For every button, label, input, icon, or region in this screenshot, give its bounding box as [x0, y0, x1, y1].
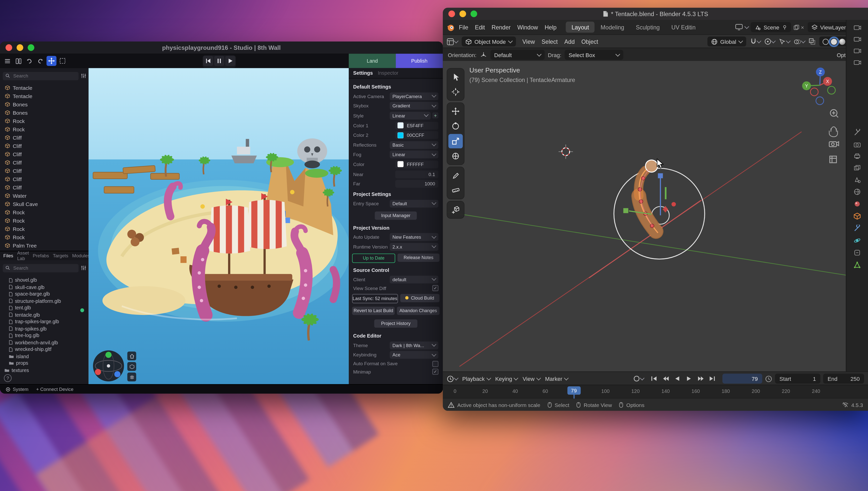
- snap-controls[interactable]: [750, 38, 760, 45]
- material-tab-icon[interactable]: [854, 200, 861, 208]
- select-box-icon[interactable]: [58, 56, 68, 66]
- play-button[interactable]: [684, 374, 694, 383]
- move-tool-icon[interactable]: [47, 56, 57, 66]
- style-add-button[interactable]: +: [432, 113, 438, 119]
- viewlayer-tab-icon[interactable]: [854, 165, 861, 171]
- file-item[interactable]: space-barge.glb: [0, 291, 89, 297]
- minimize-button[interactable]: [459, 10, 466, 17]
- color2-swatch[interactable]: [397, 132, 403, 138]
- hierarchy-item[interactable]: Cliff: [0, 133, 89, 142]
- scene-tab-icon[interactable]: [854, 176, 861, 183]
- near-input[interactable]: 0.1: [395, 170, 439, 178]
- hierarchy-item[interactable]: Cliff: [0, 150, 89, 158]
- add-cube-tool[interactable]: [448, 202, 463, 217]
- cloud-build-button[interactable]: Cloud Build: [400, 294, 440, 302]
- release-notes-button[interactable]: Release Notes: [397, 253, 440, 262]
- overlays-controls[interactable]: [794, 38, 805, 45]
- hierarchy-item[interactable]: Rock: [0, 225, 89, 233]
- minimap-checkbox[interactable]: ✓: [432, 369, 438, 375]
- transform-tool[interactable]: [448, 149, 463, 163]
- hierarchy-search-input[interactable]: [12, 73, 76, 79]
- tab-inspector[interactable]: Inspector: [378, 70, 398, 76]
- pause-button[interactable]: [214, 56, 224, 66]
- connect-device-button[interactable]: + Connect Device: [36, 386, 73, 392]
- perspective-toggle-button[interactable]: [127, 362, 136, 371]
- up-to-date-button[interactable]: Up to Date: [352, 253, 395, 263]
- proportional-editing-controls[interactable]: [765, 38, 775, 45]
- visibility-controls[interactable]: [779, 38, 790, 45]
- view-scene-diff-checkbox[interactable]: ✓: [432, 285, 438, 291]
- file-item[interactable]: wrecked-ship.gltf: [0, 346, 89, 353]
- color2-field[interactable]: 00CCFF: [395, 131, 439, 139]
- measure-tool[interactable]: [448, 183, 463, 198]
- timeline-playhead[interactable]: 79: [567, 386, 580, 395]
- scene-selector[interactable]: Scene: [751, 22, 791, 32]
- data-tab-icon[interactable]: [854, 261, 861, 269]
- runtime-version-dropdown[interactable]: 2.x.x: [390, 243, 439, 251]
- close-button[interactable]: [448, 10, 455, 17]
- close-button[interactable]: [5, 44, 12, 51]
- constraints-tab-icon[interactable]: [854, 249, 861, 256]
- menu-item[interactable]: Window: [514, 23, 541, 31]
- entry-space-dropdown[interactable]: Default: [390, 200, 439, 207]
- auto-format-checkbox[interactable]: [432, 361, 438, 367]
- output-tab-icon[interactable]: [854, 153, 861, 159]
- reflections-dropdown[interactable]: Basic: [390, 141, 439, 149]
- file-item[interactable]: skull-cave.glb: [0, 284, 89, 291]
- hierarchy-item[interactable]: Skull Cave: [0, 200, 89, 208]
- render-tab-icon[interactable]: [854, 141, 861, 148]
- file-item[interactable]: tent.glb: [0, 305, 89, 311]
- timeline-menu-item[interactable]: Marker: [543, 376, 570, 382]
- blender-viewport[interactable]: Z Y X User Perspective (79) Scene Collec…: [443, 61, 846, 373]
- unlink-scene-button[interactable]: ×: [800, 24, 805, 30]
- files-tab[interactable]: Asset Lab: [17, 250, 29, 261]
- workspace-tab[interactable]: Modeling: [595, 22, 630, 33]
- hierarchy-item[interactable]: Bones: [0, 108, 89, 117]
- style-dropdown[interactable]: Linear: [390, 112, 431, 120]
- jump-to-start-button[interactable]: [649, 374, 659, 383]
- play-reverse-button[interactable]: [672, 374, 683, 383]
- viewlayer-selector[interactable]: ViewLayer: [807, 22, 850, 32]
- last-sync-button[interactable]: Last Sync: 52 minutes: [352, 294, 398, 303]
- file-item[interactable]: tentacle.glb: [0, 311, 89, 318]
- cursor-tool[interactable]: [448, 85, 463, 99]
- redo-icon[interactable]: [35, 56, 46, 66]
- modifiers-tab-icon[interactable]: [854, 225, 861, 232]
- auto-update-dropdown[interactable]: New Features: [390, 233, 439, 241]
- timeline-menu-item[interactable]: Playback: [461, 376, 492, 382]
- hierarchy-item[interactable]: Cliff: [0, 175, 89, 183]
- active-camera-dropdown[interactable]: PlayerCamera: [390, 92, 439, 100]
- file-item[interactable]: tree-log.glb: [0, 332, 89, 339]
- menu-item[interactable]: View: [520, 37, 538, 46]
- theme-dropdown[interactable]: Dark | 8th Wa...: [390, 341, 439, 349]
- file-item[interactable]: shovel.glb: [0, 277, 89, 284]
- end-frame-field[interactable]: End250: [823, 374, 864, 384]
- drag-dropdown[interactable]: Select Box: [565, 50, 623, 60]
- hierarchy-item[interactable]: Water: [0, 192, 89, 200]
- current-frame-field[interactable]: 79: [722, 374, 762, 384]
- workspace-tab[interactable]: Layout: [566, 22, 594, 33]
- menu-item[interactable]: File: [456, 23, 471, 31]
- far-input[interactable]: 1000: [395, 180, 439, 188]
- hierarchy-item[interactable]: Cliff: [0, 167, 89, 175]
- folder-item[interactable]: textures: [0, 367, 89, 374]
- screen-icon[interactable]: [736, 24, 743, 30]
- menu-item[interactable]: Object: [578, 37, 601, 46]
- timeline-menu-item[interactable]: Keying: [493, 376, 519, 382]
- menu-item[interactable]: Edit: [472, 23, 488, 31]
- rotate-tool[interactable]: [448, 119, 463, 133]
- hierarchy-item[interactable]: Rock: [0, 117, 89, 125]
- input-manager-button[interactable]: Input Manager: [375, 211, 417, 220]
- tab-land[interactable]: Land: [349, 54, 396, 68]
- hierarchy-item[interactable]: Rock: [0, 125, 89, 133]
- mode-dropdown[interactable]: Object Mode: [462, 36, 516, 47]
- start-frame-field[interactable]: Start1: [775, 374, 820, 384]
- hierarchy-item[interactable]: Rock: [0, 216, 89, 225]
- hierarchy-search[interactable]: [3, 72, 79, 80]
- tab-publish[interactable]: Publish: [396, 54, 443, 68]
- world-tab-icon[interactable]: [854, 188, 861, 196]
- hierarchy-item[interactable]: Palm Tree: [0, 241, 89, 250]
- file-item[interactable]: workbench-anvil.glb: [0, 339, 89, 346]
- fog-color-swatch[interactable]: [397, 161, 403, 167]
- client-dropdown[interactable]: default: [390, 276, 439, 283]
